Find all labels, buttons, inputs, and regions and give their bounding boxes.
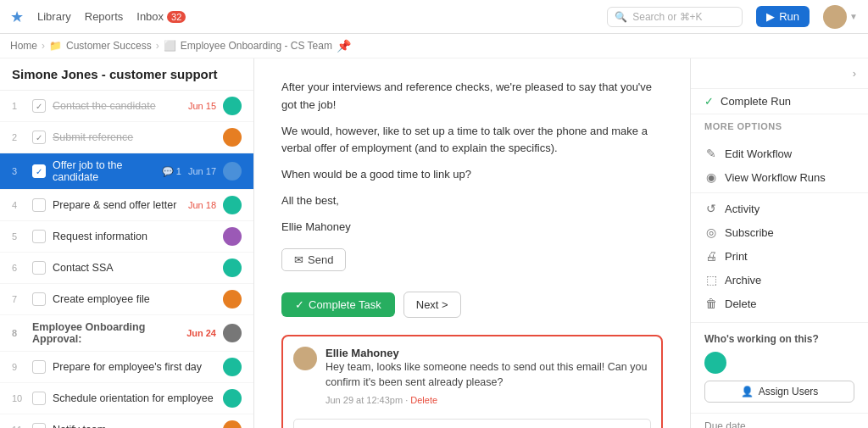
task-item[interactable]: 4 Prepare & send offer letter Jun 18 (0, 190, 253, 221)
nav-inbox[interactable]: Inbox 32 (136, 10, 186, 23)
user-avatar-dropdown[interactable]: ▼ (823, 5, 858, 29)
who-section: Who's working on this? 👤 Assign Users (691, 322, 868, 413)
nav-library[interactable]: Library (37, 10, 71, 23)
menu-label: Print (725, 250, 748, 263)
avatar (223, 324, 242, 342)
task-item[interactable]: 2 Submit reference (0, 122, 253, 153)
send-button[interactable]: ✉ Send (281, 248, 346, 271)
task-checkbox[interactable] (32, 360, 46, 374)
task-checkbox[interactable] (32, 99, 46, 113)
task-item[interactable]: 5 Request information (0, 221, 253, 253)
task-label: Contact the candidate (53, 100, 181, 112)
task-sidebar: Simone Jones - customer support 1 Contac… (0, 58, 254, 428)
sidebar-toggle[interactable]: › (691, 58, 868, 89)
archive-icon: ⬚ (704, 273, 718, 286)
task-num: 6 (12, 263, 25, 273)
email-sender: Ellie Mahoney (281, 219, 663, 236)
menu-item-view-runs[interactable]: ◉ View Workflow Runs (691, 165, 868, 189)
task-date: Jun 17 (188, 166, 216, 176)
due-label: Due date (704, 420, 854, 428)
commenter-avatar (293, 347, 317, 370)
menu-item-archive[interactable]: ⬚ Archive (691, 268, 868, 292)
menu-label: Activity (725, 203, 760, 215)
nav-reports[interactable]: Reports (85, 10, 124, 23)
next-button[interactable]: Next > (403, 292, 461, 318)
task-label: Prepare & send offer letter (53, 199, 181, 211)
menu-item-delete[interactable]: 🗑 Delete (691, 292, 868, 315)
menu-divider (691, 192, 868, 193)
inbox-badge: 32 (167, 11, 186, 23)
menu-item-edit-workflow[interactable]: ✎ Edit Workflow (691, 142, 868, 165)
chevron-down-icon: ▼ (849, 12, 858, 21)
task-group: 8 Employee Onboarding Approval: Jun 24 (0, 315, 253, 352)
menu-item-print[interactable]: 🖨 Print (691, 244, 868, 268)
breadcrumb-home[interactable]: Home (10, 40, 37, 52)
avatar (223, 389, 242, 408)
delete-link[interactable]: Delete (410, 395, 437, 405)
task-num: 5 (12, 231, 25, 242)
task-checkbox[interactable] (32, 392, 46, 405)
more-options-label: More Options (691, 114, 868, 135)
task-date: Jun 24 (186, 328, 216, 338)
avatar (223, 97, 242, 115)
run-button[interactable]: ▶ Run (756, 6, 810, 27)
task-label: Prepare for employee's first day (53, 361, 216, 373)
task-item[interactable]: 6 Contact SSA (0, 253, 253, 284)
pin-icon: 📌 (337, 39, 351, 53)
task-checkbox[interactable] (32, 261, 46, 275)
avatar (223, 196, 242, 214)
avatar (223, 162, 242, 181)
task-num: 10 (12, 393, 25, 403)
menu-item-activity[interactable]: ↺ Activity (691, 197, 868, 220)
task-num: 3 (12, 166, 25, 176)
assign-users-button[interactable]: 👤 Assign Users (704, 381, 854, 403)
task-num: 9 (12, 362, 25, 372)
breadcrumb-customer-success[interactable]: Customer Success (66, 40, 152, 52)
print-icon: 🖨 (704, 249, 718, 263)
breadcrumb-workflow[interactable]: Employee Onboarding - CS Team (181, 40, 332, 52)
menu-section: ✎ Edit Workflow ◉ View Workflow Runs ↺ A… (691, 135, 868, 322)
checkmark-icon: ✓ (704, 95, 714, 108)
task-label: Schedule orientation for employee (53, 392, 216, 404)
working-user-avatar (704, 352, 726, 374)
email-para4: All the best, (281, 192, 663, 210)
task-item[interactable]: 10 Schedule orientation for employee (0, 383, 253, 414)
task-actions: ✓ Complete Task Next > (254, 281, 690, 328)
task-label: Create employee file (53, 293, 216, 305)
logo-icon: ★ (10, 8, 24, 26)
avatar (223, 358, 242, 376)
menu-item-subscribe[interactable]: ◎ Subscribe (691, 220, 868, 244)
complete-run-item[interactable]: ✓ Complete Run (691, 89, 868, 114)
task-num: 7 (12, 294, 25, 304)
task-item[interactable]: 9 Prepare for employee's first day (0, 352, 253, 383)
search-icon: 🔍 (615, 11, 627, 23)
task-checkbox[interactable] (32, 131, 46, 144)
task-label: Contact SSA (53, 262, 216, 274)
task-list: 1 Contact the candidate Jun 15 2 Submit … (0, 91, 253, 428)
task-item-active[interactable]: 3 ✓ Offer job to the candidate 💬 1 Jun 1… (0, 153, 253, 190)
task-item[interactable]: 11 Notify team (0, 414, 253, 428)
subscribe-icon: ◎ (704, 225, 718, 239)
task-date: Jun 15 (188, 101, 216, 111)
task-checkbox[interactable] (32, 230, 46, 243)
task-item[interactable]: 1 Contact the candidate Jun 15 (0, 91, 253, 122)
search-box[interactable]: 🔍 Search or ⌘+K (607, 7, 743, 27)
user-avatar (823, 5, 847, 29)
email-body: After your interviews and reference chec… (254, 58, 690, 281)
avatar (223, 227, 242, 246)
task-num: 4 (12, 200, 25, 210)
who-avatars (704, 352, 854, 374)
breadcrumb-workflow-icon: ⬜ (164, 40, 176, 52)
comment-input[interactable] (293, 419, 651, 428)
task-item[interactable]: 7 Create employee file (0, 284, 253, 315)
complete-task-button[interactable]: ✓ Complete Task (281, 292, 395, 317)
task-checkbox[interactable] (32, 292, 46, 306)
breadcrumb: Home › 📁 Customer Success › ⬜ Employee O… (0, 34, 868, 58)
chevron-right-icon: › (853, 67, 856, 80)
task-label: Employee Onboarding Approval: (32, 321, 180, 345)
task-checkbox[interactable]: ✓ (32, 164, 46, 178)
topnav: ★ Library Reports Inbox 32 🔍 Search or ⌘… (0, 0, 868, 34)
task-checkbox[interactable] (32, 423, 46, 428)
task-label: Submit reference (53, 131, 216, 143)
task-checkbox[interactable] (32, 198, 46, 212)
